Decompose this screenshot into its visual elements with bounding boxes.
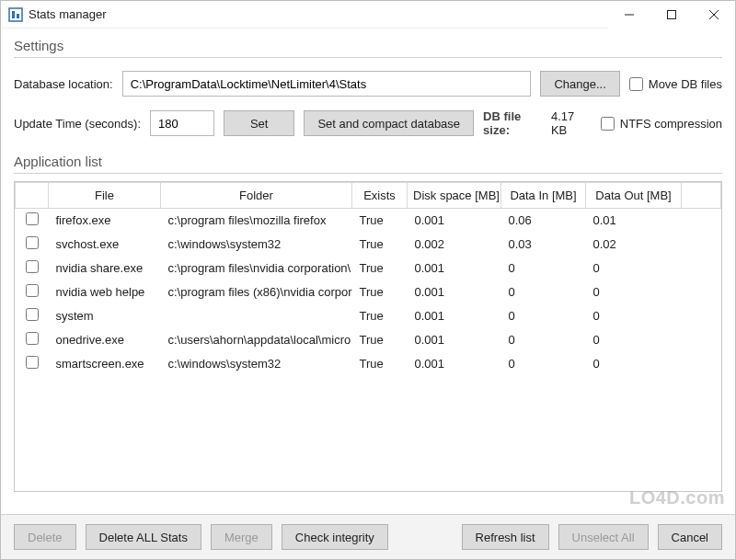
svg-rect-1: [12, 11, 15, 18]
cell-file: system: [49, 304, 161, 328]
cell-data-in: 0: [501, 352, 586, 376]
svg-rect-4: [668, 10, 676, 18]
col-disk[interactable]: Disk space [MB]: [408, 183, 501, 209]
refresh-button[interactable]: Refresh list: [462, 524, 549, 550]
check-integrity-button[interactable]: Check integrity: [282, 524, 388, 550]
cell-disk: 0.001: [408, 328, 501, 352]
set-button[interactable]: Set: [224, 110, 294, 136]
cell-data-in: 0: [501, 328, 586, 352]
table-row[interactable]: svchost.exec:\windows\system32True0.0020…: [16, 233, 721, 257]
footer: Delete Delete ALL Stats Merge Check inte…: [1, 514, 735, 559]
cell-data-out: 0.02: [586, 233, 682, 257]
col-checkbox[interactable]: [16, 183, 49, 209]
cell-folder: c:\program files\nvidia corporation\: [161, 257, 352, 280]
applist-header: Application list: [14, 154, 722, 169]
stats-manager-window: Stats manager Settings Database location…: [0, 0, 736, 560]
cell-exists: True: [352, 233, 408, 257]
col-exists[interactable]: Exists: [352, 183, 408, 209]
cell-folder: c:\program files (x86)\nvidia corpora: [161, 280, 352, 304]
col-data-in[interactable]: Data In [MB]: [501, 183, 586, 209]
maximize-button[interactable]: [650, 1, 693, 29]
cell-data-out: 0: [586, 328, 682, 352]
cell-disk: 0.001: [408, 257, 501, 280]
cell-data-out: 0: [586, 304, 682, 328]
cell-folder: c:\program files\mozilla firefox: [161, 209, 352, 233]
row-checkbox[interactable]: [26, 308, 39, 321]
cell-data-in: 0.06: [501, 209, 586, 233]
applist-divider: [14, 173, 722, 174]
cell-file: nvidia web helpe: [49, 280, 161, 304]
ntfs-checkbox[interactable]: NTFS compression: [601, 117, 722, 131]
cell-disk: 0.001: [408, 280, 501, 304]
col-data-out[interactable]: Data Out [MB]: [586, 183, 682, 209]
cell-data-out: 0: [586, 257, 682, 280]
db-location-row: Database location: Change... Move DB fil…: [14, 71, 722, 97]
cell-file: nvidia share.exe: [49, 257, 161, 280]
unselect-all-button[interactable]: Unselect All: [558, 524, 649, 550]
delete-all-button[interactable]: Delete ALL Stats: [86, 524, 201, 550]
cell-file: onedrive.exe: [49, 328, 161, 352]
cell-exists: True: [352, 209, 408, 233]
cell-file: smartscreen.exe: [49, 352, 161, 376]
delete-button[interactable]: Delete: [14, 524, 76, 550]
cell-exists: True: [352, 304, 408, 328]
cell-folder: c:\windows\system32: [161, 352, 352, 376]
cell-disk: 0.001: [408, 352, 501, 376]
minimize-button[interactable]: [608, 1, 650, 29]
table-row[interactable]: smartscreen.exec:\windows\system32True0.…: [16, 352, 721, 376]
move-db-checkbox-input[interactable]: [629, 77, 643, 91]
cell-file: svchost.exe: [49, 233, 161, 257]
update-time-row: Update Time (seconds): Set Set and compa…: [14, 109, 722, 137]
cell-file: firefox.exe: [49, 209, 161, 233]
close-button[interactable]: [693, 1, 735, 29]
cell-folder: c:\users\ahorn\appdata\local\micro: [161, 328, 352, 352]
col-file[interactable]: File: [49, 183, 161, 209]
set-compact-button[interactable]: Set and compact database: [304, 110, 474, 136]
db-size-value: 4.17 KB: [551, 109, 592, 137]
cell-data-in: 0: [501, 304, 586, 328]
body: Settings Database location: Change... Mo…: [1, 29, 735, 514]
cancel-button[interactable]: Cancel: [658, 524, 722, 550]
db-location-input[interactable]: [122, 71, 532, 97]
settings-header: Settings: [14, 38, 722, 53]
cell-data-in: 0.03: [501, 233, 586, 257]
table-row[interactable]: nvidia share.exec:\program files\nvidia …: [16, 257, 721, 280]
move-db-label: Move DB files: [649, 77, 722, 91]
change-button[interactable]: Change...: [540, 71, 619, 97]
table-header-row: File Folder Exists Disk space [MB] Data …: [16, 183, 721, 209]
application-table: File Folder Exists Disk space [MB] Data …: [14, 181, 722, 492]
settings-divider: [14, 57, 722, 58]
svg-rect-0: [9, 8, 22, 21]
window-title: Stats manager: [29, 7, 608, 21]
table-row[interactable]: nvidia web helpec:\program files (x86)\n…: [16, 280, 721, 304]
ntfs-label: NTFS compression: [620, 117, 722, 131]
move-db-checkbox[interactable]: Move DB files: [629, 77, 722, 91]
row-checkbox[interactable]: [26, 332, 39, 345]
col-padding: [682, 183, 721, 209]
row-checkbox[interactable]: [26, 260, 39, 273]
update-time-input[interactable]: [150, 110, 214, 136]
cell-data-in: 0: [501, 280, 586, 304]
table-row[interactable]: systemTrue0.00100: [16, 304, 721, 328]
cell-data-out: 0: [586, 280, 682, 304]
merge-button[interactable]: Merge: [211, 524, 272, 550]
update-time-label: Update Time (seconds):: [14, 117, 141, 131]
cell-folder: c:\windows\system32: [161, 233, 352, 257]
cell-folder: [161, 304, 352, 328]
table-row[interactable]: firefox.exec:\program files\mozilla fire…: [16, 209, 721, 233]
ntfs-checkbox-input[interactable]: [601, 117, 615, 131]
cell-exists: True: [352, 352, 408, 376]
row-checkbox[interactable]: [26, 236, 39, 249]
cell-disk: 0.001: [408, 304, 501, 328]
cell-disk: 0.002: [408, 233, 501, 257]
row-checkbox[interactable]: [26, 284, 39, 297]
cell-exists: True: [352, 257, 408, 280]
cell-data-out: 0: [586, 352, 682, 376]
db-size-label: DB file size:: [483, 109, 547, 137]
app-icon: [8, 7, 23, 22]
col-folder[interactable]: Folder: [161, 183, 352, 209]
row-checkbox[interactable]: [26, 356, 39, 369]
row-checkbox[interactable]: [26, 212, 39, 225]
table-row[interactable]: onedrive.exec:\users\ahorn\appdata\local…: [16, 328, 721, 352]
titlebar: Stats manager: [1, 1, 735, 29]
